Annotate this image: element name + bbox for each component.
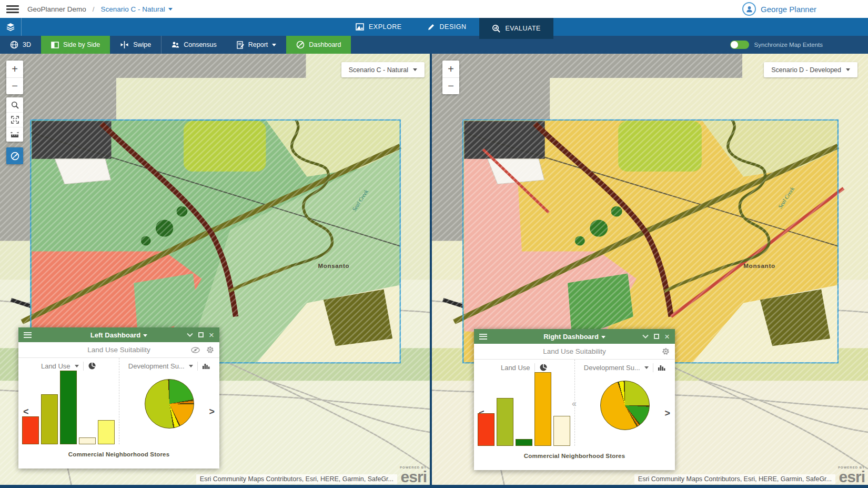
right-dashboard-title: Right Dashboard [543, 333, 599, 341]
expand-icon [11, 116, 19, 124]
report-label: Report [248, 41, 268, 48]
zoom-out-button[interactable]: − [442, 77, 459, 94]
collapse-panel-icon[interactable] [187, 333, 193, 337]
left-dashboard-title: Left Dashboard [90, 331, 140, 339]
gear-icon[interactable] [662, 347, 670, 355]
bar-segment [553, 416, 570, 446]
3d-button[interactable]: 3D [0, 36, 41, 54]
collapse-widget-arrow[interactable]: « [572, 399, 577, 409]
bar-segment [79, 437, 96, 444]
maximize-panel-icon[interactable] [654, 334, 659, 339]
tab-explore-label: EXPLORE [369, 23, 402, 31]
tab-design[interactable]: DESIGN [415, 18, 479, 36]
full-extent-button[interactable] [6, 112, 23, 127]
bar-chart [474, 372, 574, 446]
swipe-button[interactable]: Swipe [110, 36, 161, 54]
dashboard-label: Dashboard [309, 41, 341, 48]
left-dashboard-widgets: Land Use < Development Su... [18, 358, 219, 444]
bar-chart-icon[interactable] [202, 362, 210, 370]
maximize-panel-icon[interactable] [198, 332, 204, 337]
visibility-off-icon[interactable] [191, 347, 200, 353]
pie-chart [600, 381, 650, 430]
user-menu[interactable]: George Planner [742, 2, 816, 16]
tab-explore[interactable]: EXPLORE [343, 18, 415, 36]
dashboard-window-controls: × [642, 332, 670, 341]
bar-segment [534, 372, 551, 446]
bar-chart-icon[interactable] [658, 364, 666, 371]
zoom-in-button[interactable]: + [442, 61, 459, 77]
geoplanner-app: GeoPlanner Demo / Scenario C - Natural G… [0, 0, 868, 488]
map-label-monsanto: Monsanto [743, 263, 775, 270]
pie-chart-icon[interactable] [88, 362, 96, 370]
chevron-down-icon [413, 68, 417, 71]
development-suitability-pie-chart: > [119, 374, 220, 444]
right-zoom-controls: + − [442, 61, 459, 94]
bar-segment [478, 413, 494, 446]
consensus-button[interactable]: Consensus [162, 36, 227, 54]
layers-button[interactable] [0, 18, 22, 36]
chevron-down-icon [143, 334, 147, 337]
gear-icon[interactable] [206, 346, 214, 354]
chevron-down-icon [272, 44, 276, 46]
chart-next-arrow[interactable]: > [664, 408, 670, 419]
zoom-in-button[interactable]: + [6, 61, 23, 77]
left-dashboard-footer: Commercial Neighborhood Stores [18, 444, 219, 469]
right-attribution: Esri Community Maps Contributors, Esri, … [634, 474, 835, 484]
land-use-bar-chart: < [18, 374, 119, 444]
pie-chart [145, 379, 194, 429]
zoom-out-button[interactable]: − [6, 77, 23, 94]
report-icon [237, 41, 244, 49]
bottom-status-strip [0, 485, 868, 488]
chart-next-arrow[interactable]: > [209, 406, 215, 417]
right-scenario-selector[interactable]: Scenario D - Developed [764, 62, 857, 77]
side-by-side-label: Side by Side [63, 41, 100, 48]
dashboard-tool-button-active[interactable] [6, 147, 23, 164]
app-title: GeoPlanner Demo [27, 5, 86, 13]
main-menu-icon[interactable] [6, 5, 19, 13]
left-scenario-selector[interactable]: Scenario C - Natural [341, 62, 425, 77]
search-button[interactable] [6, 97, 23, 112]
chevron-down-icon [189, 365, 193, 367]
land-use-selector[interactable]: Land Use [41, 362, 70, 370]
collapse-panel-icon[interactable] [642, 334, 649, 338]
bar-chart [18, 371, 119, 444]
dashboard-menu-icon[interactable] [24, 332, 32, 338]
right-dashboard-header[interactable]: Right Dashboard × [474, 329, 675, 344]
bar-segment [60, 371, 77, 444]
measure-icon [11, 131, 19, 138]
development-suitability-widget: Development Su... > [575, 360, 675, 446]
tab-design-label: DESIGN [440, 23, 467, 31]
close-panel-icon[interactable]: × [664, 332, 670, 341]
bar-segment [41, 394, 58, 444]
consensus-icon [171, 41, 179, 49]
dashboard-button[interactable]: Dashboard [286, 36, 351, 54]
development-suitability-selector[interactable]: Development Su... [128, 362, 185, 370]
synchronize-toggle[interactable] [730, 41, 749, 49]
swipe-label: Swipe [133, 41, 151, 48]
breadcrumb-scenario-dropdown[interactable]: Scenario C - Natural [100, 5, 172, 13]
left-dashboard-subheader: Land Use Suitability [18, 342, 219, 358]
map-label-monsanto: Monsanto [318, 263, 349, 270]
gauge-icon [11, 152, 19, 161]
dashboard-menu-icon[interactable] [479, 334, 487, 340]
user-avatar-icon [742, 2, 756, 16]
left-esri-logo: POWERED BY esri [400, 466, 427, 485]
synchronize-label: Synchronize Map Extents [754, 42, 823, 48]
explore-icon [356, 23, 364, 31]
land-use-widget: Land Use < [474, 360, 575, 446]
globe-icon [10, 41, 18, 49]
development-suitability-selector[interactable]: Development Su... [584, 364, 640, 372]
widget-group-title: Land Use Suitability [87, 346, 150, 354]
side-by-side-button[interactable]: Side by Side [41, 36, 110, 54]
land-use-selector[interactable]: Land Use [501, 364, 530, 372]
toolbar-right-group: Synchronize Map Extents [730, 36, 823, 54]
report-button[interactable]: Report [227, 36, 287, 54]
close-panel-icon[interactable]: × [209, 331, 214, 340]
left-dashboard-header[interactable]: Left Dashboard × [18, 327, 219, 342]
measure-button[interactable] [6, 127, 23, 142]
widget-group-title: Land Use Suitability [543, 347, 605, 355]
gauge-icon [296, 41, 305, 49]
tab-evaluate[interactable]: EVALUATE [479, 16, 553, 39]
pie-chart-icon[interactable] [539, 363, 548, 372]
breadcrumb-scenario-label: Scenario C - Natural [100, 5, 165, 13]
